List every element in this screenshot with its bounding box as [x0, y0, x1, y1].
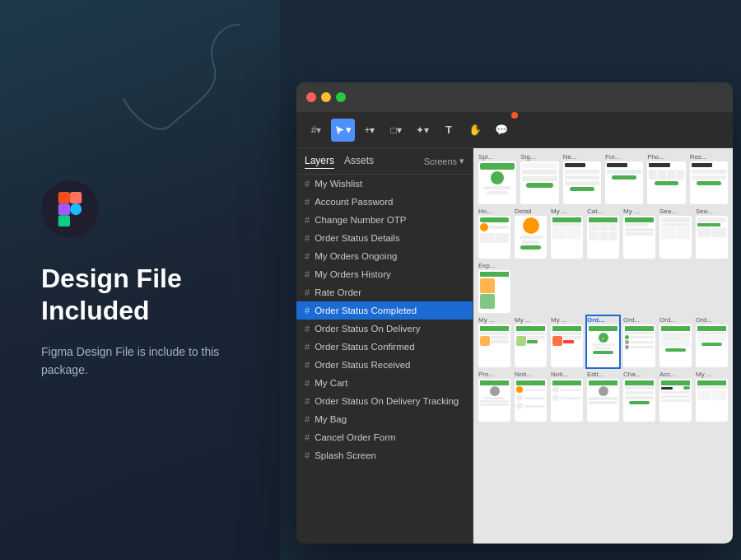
layer-cancel-order-form[interactable]: # Cancel Order Form: [296, 428, 473, 446]
hash-icon: #: [305, 287, 310, 297]
title-bar: [296, 82, 733, 112]
main-area: Layers Assets Screens ▾ # My Wishlist # …: [296, 148, 733, 544]
layer-order-status-on-delivery[interactable]: # Order Status On Delivery: [296, 320, 473, 338]
screen-thumb-noti1[interactable]: Noti...: [515, 371, 547, 422]
panel-tabs: Layers Assets Screens ▾: [296, 148, 473, 175]
frame-tool[interactable]: +▾: [358, 119, 381, 142]
hand-tool[interactable]: ✋: [464, 119, 487, 142]
screen-thumb-res[interactable]: Res...: [690, 153, 728, 204]
screen-thumb-acc[interactable]: Acc...: [659, 371, 692, 422]
text-tool[interactable]: T: [437, 119, 460, 142]
comment-tool-wrap: 💬: [490, 119, 520, 142]
hash-icon: #: [305, 215, 310, 225]
figma-window: #▾ ▾ +▾ □▾ ✦▾ T ✋ 💬 Layers Assets Screen…: [296, 82, 733, 544]
layer-my-orders-ongoing[interactable]: # My Orders Ongoing: [296, 247, 473, 265]
layer-my-wishlist[interactable]: # My Wishlist: [296, 175, 473, 193]
hash-icon: #: [305, 450, 310, 460]
minimize-button[interactable]: [321, 92, 331, 102]
layer-label: Order Status Received: [315, 360, 410, 370]
screen-thumb-pro[interactable]: Pro...: [478, 371, 510, 422]
screen-thumb-my2[interactable]: My ...: [623, 208, 655, 259]
layer-order-status-confirmed[interactable]: # Order Status Confirmed: [296, 338, 473, 356]
hash-icon: #: [305, 269, 310, 279]
screen-thumb-ho[interactable]: Ho...: [478, 208, 510, 259]
hash-icon: #: [305, 414, 310, 424]
move-tool[interactable]: ▾: [331, 119, 355, 142]
layer-label: My Orders History: [315, 269, 391, 279]
hash-icon: #: [305, 360, 310, 370]
screen-thumb-ord3[interactable]: Ord...: [659, 316, 692, 367]
hash-icon: #: [305, 342, 310, 352]
layer-my-bag[interactable]: # My Bag: [296, 410, 473, 428]
panel-tab-group: Layers Assets: [305, 153, 374, 169]
shape-tool[interactable]: □▾: [384, 119, 408, 142]
decorative-curve: [107, 16, 255, 132]
screen-thumb-my5[interactable]: My ...: [551, 316, 583, 367]
screen-thumb-detail[interactable]: Detail: [515, 208, 547, 259]
screen-thumb-noti2[interactable]: Noti...: [551, 371, 583, 422]
screen-thumb-my6[interactable]: My ...: [696, 371, 728, 422]
screen-thumb-my1[interactable]: My ...: [551, 208, 583, 259]
hash-icon: #: [305, 306, 310, 315]
svg-rect-0: [58, 192, 70, 203]
main-description: Figma Design File is include to this pac…: [41, 343, 239, 380]
screen-row-3: Exp...: [473, 260, 733, 315]
screen-thumb-ord4[interactable]: Ord...: [696, 316, 728, 367]
hash-icon: #: [305, 432, 310, 442]
layer-label: Change Number OTP: [315, 215, 406, 225]
hash-icon: #: [305, 378, 310, 388]
layer-my-cart[interactable]: # My Cart: [296, 374, 473, 392]
layer-order-status-details[interactable]: # Order Status Details: [296, 229, 473, 247]
svg-point-4: [70, 203, 82, 215]
pen-tool[interactable]: ✦▾: [411, 119, 434, 142]
screen-thumb-cha[interactable]: Cha...: [623, 371, 655, 422]
screen-thumb-ne[interactable]: Ne...: [563, 153, 601, 204]
layers-panel: Layers Assets Screens ▾ # My Wishlist # …: [296, 148, 473, 544]
layer-label: Order Status Completed: [315, 306, 417, 315]
figma-logo: [41, 180, 99, 238]
screen-thumb-spl[interactable]: Spl...: [478, 153, 516, 204]
layer-order-status-on-delivery-tracking[interactable]: # Order Status On Delivery Tracking: [296, 392, 473, 410]
screen-thumb-sea2[interactable]: Sea...: [696, 208, 728, 259]
layer-order-status-received[interactable]: # Order Status Received: [296, 356, 473, 374]
close-button[interactable]: [306, 92, 316, 102]
tab-assets[interactable]: Assets: [344, 153, 374, 169]
layer-order-status-completed[interactable]: # Order Status Completed: [296, 301, 473, 320]
screen-thumb-edit[interactable]: Edit...: [587, 371, 619, 422]
select-tool-dropdown[interactable]: #▾: [305, 119, 328, 142]
screen-thumb-explore[interactable]: Exp...: [478, 262, 510, 313]
screen-thumb-my3[interactable]: My ...: [478, 316, 510, 367]
screen-thumb-ord1[interactable]: Ord... ✓: [587, 316, 619, 367]
maximize-button[interactable]: [336, 92, 346, 102]
layer-label: My Orders Ongoing: [315, 251, 397, 261]
tab-layers[interactable]: Layers: [305, 153, 334, 169]
screen-thumb-sea1[interactable]: Sea...: [659, 208, 692, 259]
layer-label: Splash Screen: [315, 450, 376, 460]
layer-rate-order[interactable]: # Rate Order: [296, 283, 473, 301]
layer-label: Rate Order: [315, 287, 361, 297]
screen-thumb-sig[interactable]: Sig...: [520, 153, 558, 204]
comment-tool[interactable]: 💬: [490, 119, 513, 142]
screens-dropdown[interactable]: Screens ▾: [424, 156, 464, 166]
layer-account-password[interactable]: # Account Password: [296, 193, 473, 211]
hash-icon: #: [305, 179, 310, 189]
notification-dot: [511, 112, 518, 119]
layer-my-orders-history[interactable]: # My Orders History: [296, 265, 473, 283]
toolbar: #▾ ▾ +▾ □▾ ✦▾ T ✋ 💬: [296, 112, 733, 148]
screen-thumb-my4[interactable]: My ...: [515, 316, 547, 367]
screen-thumb-ord2[interactable]: Ord...: [623, 316, 655, 367]
screen-thumb-cat[interactable]: Cat...: [587, 208, 619, 259]
hash-icon: #: [305, 396, 310, 406]
layer-splash-screen[interactable]: # Splash Screen: [296, 446, 473, 464]
layer-change-number-otp[interactable]: # Change Number OTP: [296, 211, 473, 229]
screen-thumb-for[interactable]: For...: [605, 153, 643, 204]
layer-label: Cancel Order Form: [315, 432, 395, 442]
screen-row-2: Ho...: [473, 206, 733, 260]
layer-label: Order Status Confirmed: [315, 342, 414, 352]
screen-row-4: My ...: [473, 315, 733, 369]
layer-label: Order Status On Delivery: [315, 324, 420, 334]
figma-logo-icon: [53, 192, 87, 226]
screen-row-1: Spl... Sig...: [473, 148, 733, 206]
canvas-area[interactable]: Spl... Sig...: [473, 148, 733, 544]
screen-thumb-pho[interactable]: Pho...: [647, 153, 685, 204]
